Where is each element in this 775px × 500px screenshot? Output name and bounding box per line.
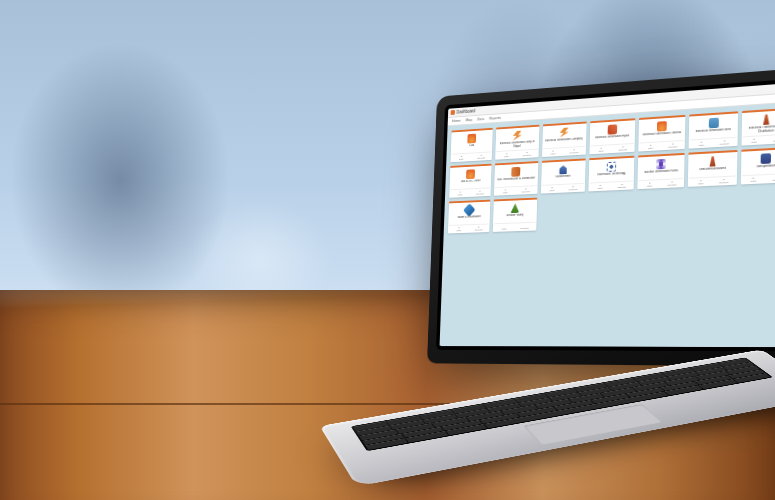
card-stats: 0Sites0Records xyxy=(495,185,536,195)
flame-icon xyxy=(466,169,475,179)
card-label: Electrical Generation Hydro xyxy=(595,134,630,143)
card-stats: 0Sites0Records xyxy=(543,146,585,156)
card-label: Electrical Transmission & Distribution xyxy=(742,124,775,134)
card-stats: SitesRecords xyxy=(494,222,535,231)
tower-icon xyxy=(708,156,718,167)
gear-icon xyxy=(607,162,617,172)
book-icon xyxy=(608,124,618,134)
category-card[interactable]: Electrical Distribution Utility of Nepal… xyxy=(495,125,539,160)
card-label: Electrical Generation Company xyxy=(545,137,583,146)
card-label: Telecommunications xyxy=(699,167,726,175)
bolt-icon xyxy=(513,131,522,141)
category-card[interactable]: Water & Wastewater0Sites0Records xyxy=(448,200,491,234)
flame-icon xyxy=(467,134,476,144)
card-label: Transportation xyxy=(756,164,775,172)
logo-icon xyxy=(510,203,519,213)
category-card[interactable]: Gas & Oil - Other0Sites0Records xyxy=(449,164,492,198)
category-card[interactable]: Electrical Generation Company0Sites0Reco… xyxy=(542,122,587,158)
card-label: Coal xyxy=(469,144,475,151)
wind-icon xyxy=(708,118,718,129)
bolt-icon xyxy=(559,128,568,138)
app-icon xyxy=(451,110,455,115)
laptop-base xyxy=(320,349,775,486)
card-stats: 0Sites0Records xyxy=(450,187,490,196)
card-label: Whistler Valley xyxy=(506,214,524,221)
card-stats: 0Sites0Records xyxy=(496,149,537,159)
tab-data[interactable]: Data xyxy=(477,117,484,121)
category-card[interactable]: Information Technology0Sites0Records xyxy=(588,156,634,192)
tab-map[interactable]: Map xyxy=(466,118,472,122)
category-card[interactable]: Electrical Generation Wind0Sites0Records xyxy=(689,111,738,148)
category-card[interactable]: Telecommunications0Sites0Records xyxy=(688,150,737,187)
category-card[interactable]: Electrical Generation Hydro0Sites0Record… xyxy=(589,118,635,154)
card-stats: 0Sites0Records xyxy=(541,183,583,193)
tower-icon xyxy=(761,114,771,125)
card-stats: 0Sites0Records xyxy=(449,223,489,232)
card-label: Gas & Oil - Other xyxy=(460,179,480,187)
laptop-lid: Dashboard Home Map Data Reports Coal0Sit… xyxy=(427,67,775,366)
card-label: Government xyxy=(555,175,570,183)
card-stats: 0Sites0Records xyxy=(590,143,634,153)
card-label: Gas Transmission & Distribution xyxy=(497,177,535,186)
tab-reports[interactable]: Reports xyxy=(489,116,501,121)
gov-icon xyxy=(558,164,567,174)
card-stats: 0Sites0Records xyxy=(742,134,775,145)
card-label: Information Technology xyxy=(597,172,626,180)
card-label: Electrical Generation Wind xyxy=(696,128,732,137)
app-title: Dashboard xyxy=(456,109,475,115)
card-stats: 0Sites0Records xyxy=(451,151,491,161)
category-card[interactable]: Gas Transmission & Distribution0Sites0Re… xyxy=(494,161,538,196)
card-stats: 0Sites0Records xyxy=(589,180,633,190)
app-screen: Dashboard Home Map Data Reports Coal0Sit… xyxy=(440,83,775,348)
atom-icon xyxy=(656,159,666,169)
truck-icon xyxy=(760,153,770,164)
card-label: Electrical Distribution Utility of Nepal xyxy=(497,140,538,149)
category-card[interactable]: Transportation0Sites0Records xyxy=(741,147,775,185)
card-stats: 0Sites0Records xyxy=(690,137,736,148)
card-label: Nuclear Generation Plants xyxy=(644,169,678,178)
card-grid: Coal0Sites0RecordsElectrical Distributio… xyxy=(448,108,775,234)
card-stats: 0Sites0Records xyxy=(742,173,775,184)
category-card[interactable]: Whistler ValleySitesRecords xyxy=(493,198,537,232)
tab-home[interactable]: Home xyxy=(452,119,461,123)
content-area: Coal0Sites0RecordsElectrical Distributio… xyxy=(440,102,775,347)
pipe-icon xyxy=(512,167,521,177)
laptop: Dashboard Home Map Data Reports Coal0Sit… xyxy=(330,80,775,500)
photo-scene: Dashboard Home Map Data Reports Coal0Sit… xyxy=(0,0,775,500)
category-card[interactable]: Coal0Sites0Records xyxy=(451,128,494,162)
category-card[interactable]: Government0Sites0Records xyxy=(541,158,586,193)
card-stats: 0Sites0Records xyxy=(689,176,735,186)
card-stats: 0Sites0Records xyxy=(638,178,683,188)
category-card[interactable]: Electrical Transmission & Distribution0S… xyxy=(741,108,775,146)
